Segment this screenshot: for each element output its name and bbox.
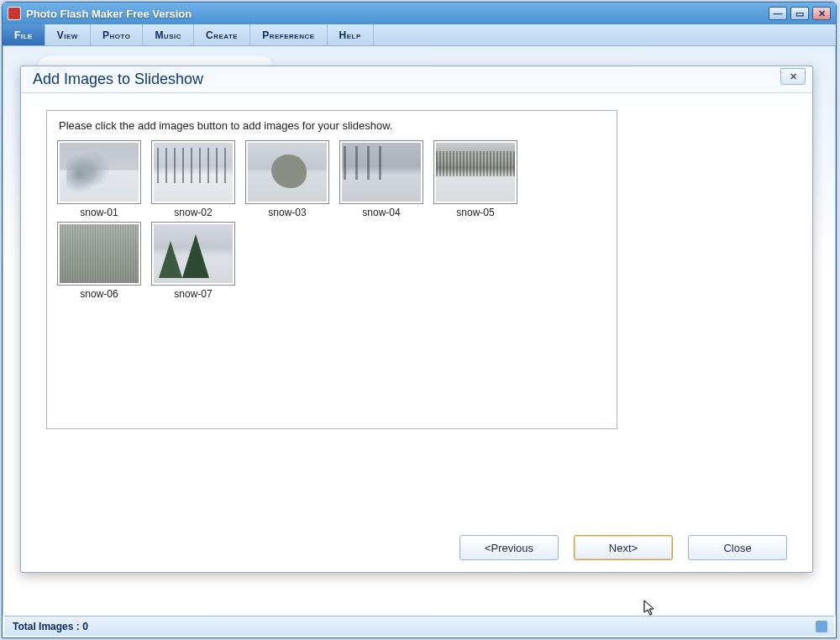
thumbnail-image: [154, 143, 233, 202]
thumbnail-caption: snow-07: [174, 288, 212, 300]
thumbnail-caption: snow-02: [174, 207, 212, 218]
thumbnail-image: [436, 143, 515, 202]
thumbnail-image: [154, 224, 233, 283]
thumbnail-caption: snow-04: [362, 207, 400, 218]
previous-button[interactable]: <Previous: [459, 535, 559, 560]
thumbnail-caption: snow-05: [456, 207, 494, 218]
maximize-button[interactable]: ▭: [790, 7, 809, 20]
add-images-dialog: Add Images to Slideshow Please click the…: [20, 66, 813, 573]
menu-item-create[interactable]: Create: [194, 24, 250, 45]
window-title: Photo Flash Maker Free Version: [26, 8, 769, 20]
menu-item-help[interactable]: Help: [328, 24, 374, 45]
dialog-close-button[interactable]: [780, 68, 806, 85]
window-close-button[interactable]: ✕: [812, 7, 831, 20]
statusbar: Total Images : 0: [4, 616, 834, 636]
menubar: File View Photo Music Create Preference …: [3, 24, 836, 46]
thumbnail-item[interactable]: snow-05: [432, 140, 519, 218]
thumbnail-item[interactable]: snow-04: [338, 140, 425, 218]
thumbnail-item[interactable]: snow-06: [55, 222, 143, 300]
thumbnail-image: [60, 224, 139, 283]
thumbnail-item[interactable]: snow-02: [150, 140, 237, 218]
menu-item-file[interactable]: File: [3, 24, 45, 45]
thumbnail-frame: [339, 140, 423, 204]
window-controls: — ▭ ✕: [769, 7, 831, 20]
thumbnail-image: [342, 143, 421, 202]
thumbnail-frame: [151, 222, 235, 286]
menu-item-photo[interactable]: Photo: [91, 24, 143, 45]
app-icon: [8, 7, 21, 20]
dialog-buttons: <Previous Next> Close: [459, 535, 787, 560]
dialog-content-box: Please click the add images button to ad…: [46, 110, 617, 429]
titlebar[interactable]: Photo Flash Maker Free Version — ▭ ✕: [3, 3, 836, 24]
thumbnail-item[interactable]: snow-01: [55, 140, 143, 218]
minimize-button[interactable]: —: [769, 7, 787, 20]
thumbnail-grid: snow-01snow-02snow-03snow-04snow-05snow-…: [47, 140, 617, 300]
thumbnail-caption: snow-01: [80, 207, 118, 218]
next-button[interactable]: Next>: [574, 535, 673, 560]
thumbnail-frame: [151, 140, 235, 204]
menu-item-view[interactable]: View: [45, 24, 91, 45]
resize-grip-icon[interactable]: [816, 621, 827, 632]
close-button[interactable]: Close: [688, 535, 787, 560]
thumbnail-frame: [433, 140, 517, 204]
thumbnail-frame: [57, 140, 141, 204]
thumbnail-caption: snow-03: [268, 207, 306, 218]
menu-item-preference[interactable]: Preference: [250, 24, 327, 45]
thumbnail-item[interactable]: snow-03: [244, 140, 331, 218]
thumbnail-caption: snow-06: [80, 288, 118, 300]
dialog-instruction: Please click the add images button to ad…: [47, 111, 617, 140]
thumbnail-image: [60, 143, 139, 202]
thumbnail-frame: [245, 140, 329, 204]
menu-item-music[interactable]: Music: [143, 24, 194, 45]
dialog-title: Add Images to Slideshow: [21, 66, 812, 93]
status-total-images: Total Images : 0: [13, 621, 88, 632]
thumbnail-image: [248, 143, 327, 202]
thumbnail-frame: [57, 222, 141, 286]
thumbnail-item[interactable]: snow-07: [150, 222, 237, 300]
